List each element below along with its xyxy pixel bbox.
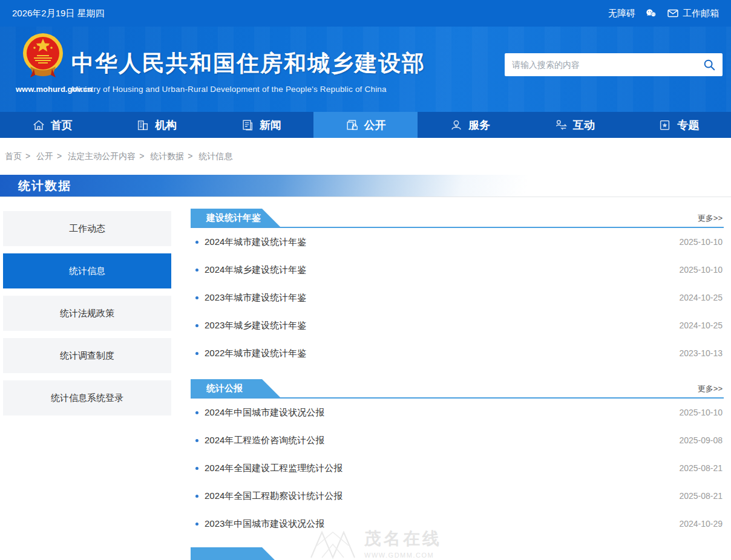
article-date: 2025-10-10	[679, 237, 724, 247]
nav-label: 公开	[364, 118, 386, 132]
wechat-icon	[645, 7, 657, 19]
service-person-icon	[450, 119, 463, 132]
sidebar-item-statistics-regulations[interactable]: 统计法规政策	[3, 296, 171, 331]
breadcrumb-home[interactable]: 首页	[5, 151, 22, 161]
list-item: 2024年中国城市建设状况公报 2025-10-10	[191, 399, 724, 426]
news-icon	[241, 119, 254, 132]
nav-item-topics[interactable]: 专题	[626, 112, 731, 138]
article-date: 2025-10-10	[679, 408, 724, 417]
article-link[interactable]: 2023年中国城市建设状况公报	[205, 518, 324, 530]
breadcrumb-statistics-data[interactable]: 统计数据	[150, 151, 184, 161]
article-date: 2025-08-21	[679, 491, 724, 501]
site-title-chinese: 中华人民共和国住房和城乡建设部	[71, 48, 425, 79]
article-link[interactable]: 2024年工程造价咨询统计公报	[205, 435, 324, 446]
site-url: www.mohurd.gov.cn	[16, 85, 70, 94]
work-mailbox-link[interactable]: 工作邮箱	[667, 7, 719, 19]
list-item: 2023年城市建设统计年鉴 2024-10-25	[191, 284, 724, 311]
article-date: 2025-10-10	[679, 265, 724, 275]
article-link[interactable]: 2024年中国城市建设状况公报	[205, 407, 324, 418]
nav-label: 首页	[51, 118, 73, 132]
nav-label: 专题	[677, 118, 699, 132]
more-link[interactable]: 更多>>	[698, 383, 723, 394]
wechat-link[interactable]	[645, 7, 657, 19]
bullet-icon	[195, 241, 198, 244]
star-box-icon	[658, 119, 672, 132]
bullet-icon	[195, 269, 198, 272]
sidebar-item-statistics-system-login[interactable]: 统计信息系统登录	[3, 380, 171, 415]
search-icon	[703, 58, 716, 71]
article-link[interactable]: 2023年城乡建设统计年鉴	[205, 320, 306, 331]
list-item: 2024年全国建设工程监理统计公报 2025-08-21	[191, 454, 724, 482]
section-tab: 统计公报	[191, 379, 280, 397]
article-date: 2024-10-25	[679, 293, 724, 302]
site-logo[interactable]: www.mohurd.gov.cn	[16, 31, 70, 94]
nav-label: 互动	[573, 118, 595, 132]
home-icon	[32, 119, 45, 132]
article-link[interactable]: 2023年城市建设统计年鉴	[205, 292, 306, 304]
main-nav: 首页 机构 新闻 公开 服务 互动 专题	[0, 112, 731, 138]
breadcrumb: 首页> 公开> 法定主动公开内容> 统计数据> 统计信息	[5, 151, 731, 162]
nav-item-organization[interactable]: 机构	[105, 112, 209, 138]
file-lock-icon	[346, 119, 359, 132]
bullet-icon	[195, 324, 198, 327]
list-item: 2024年城市建设统计年鉴 2025-10-10	[191, 228, 724, 256]
list-item: 2022年城市建设统计年鉴 2023-10-13	[191, 339, 724, 367]
bullet-icon	[195, 439, 198, 442]
breadcrumb-disclosure[interactable]: 公开	[36, 151, 53, 161]
organization-icon	[136, 119, 149, 132]
page-title-banner: 统计数据	[0, 175, 731, 197]
article-date: 2024-10-29	[679, 519, 724, 529]
article-link[interactable]: 2022年城市建设统计年鉴	[205, 348, 306, 359]
nav-item-disclosure[interactable]: 公开	[313, 112, 418, 138]
list-item: 2024年工程造价咨询统计公报 2025-09-08	[191, 426, 724, 454]
page-title: 统计数据	[18, 175, 71, 197]
section-construction-yearbook: 建设统计年鉴 更多>> 2024年城市建设统计年鉴 2025-10-10 202…	[191, 210, 724, 367]
bullet-icon	[195, 411, 198, 414]
bullet-icon	[195, 523, 198, 526]
sidebar-item-survey-system[interactable]: 统计调查制度	[3, 338, 171, 373]
more-link[interactable]: 更多>>	[698, 213, 723, 224]
nav-item-home[interactable]: 首页	[0, 112, 105, 138]
section-tab: 建设统计年鉴	[191, 209, 280, 227]
nav-label: 新闻	[260, 118, 281, 132]
search-button[interactable]	[696, 53, 723, 76]
search-box	[505, 53, 723, 76]
top-utility-bar: 2026年2月19日 星期四 无障碍 工作邮箱	[0, 0, 731, 27]
sidebar: 工作动态 统计信息 统计法规政策 统计调查制度 统计信息系统登录	[3, 207, 171, 560]
article-date: 2025-08-21	[679, 463, 724, 473]
section-statistics-bulletin: 统计公报 更多>> 2024年中国城市建设状况公报 2025-10-10 202…	[191, 380, 724, 538]
list-item: 2023年中国城市建设状况公报 2024-10-29	[191, 510, 724, 538]
nav-item-services[interactable]: 服务	[418, 112, 522, 138]
mail-icon	[667, 7, 679, 19]
list-item: 2023年城乡建设统计年鉴 2024-10-25	[191, 311, 724, 339]
national-emblem-icon	[22, 31, 64, 81]
article-link[interactable]: 2024年城乡建设统计年鉴	[205, 264, 306, 276]
current-date: 2026年2月19日 星期四	[12, 8, 105, 19]
page: 2026年2月19日 星期四 无障碍 工作邮箱	[0, 0, 731, 560]
article-date: 2023-10-13	[679, 348, 724, 358]
nav-label: 服务	[468, 118, 490, 132]
breadcrumb-statutory-content[interactable]: 法定主动公开内容	[68, 151, 136, 161]
bullet-icon	[195, 296, 198, 299]
main-content: 建设统计年鉴 更多>> 2024年城市建设统计年鉴 2025-10-10 202…	[191, 207, 724, 560]
article-link[interactable]: 2024年全国建设工程监理统计公报	[205, 463, 343, 474]
article-date: 2025-09-08	[679, 435, 724, 445]
sidebar-item-work-trends[interactable]: 工作动态	[3, 211, 171, 246]
article-link[interactable]: 2024年全国工程勘察设计统计公报	[205, 490, 343, 502]
sidebar-item-statistics-info[interactable]: 统计信息	[3, 253, 171, 288]
bullet-icon	[195, 495, 198, 498]
list-item: 2024年城乡建设统计年鉴 2025-10-10	[191, 256, 724, 284]
site-title-english: Ministry of Housing and Urban-Rural Deve…	[71, 85, 425, 94]
article-link[interactable]: 2024年城市建设统计年鉴	[205, 236, 306, 248]
search-input[interactable]	[505, 60, 696, 70]
nav-item-interaction[interactable]: 互动	[522, 112, 627, 138]
list-item: 2024年全国工程勘察设计统计公报 2025-08-21	[191, 482, 724, 510]
breadcrumb-current: 统计信息	[198, 151, 232, 161]
work-mailbox-label: 工作邮箱	[683, 8, 719, 19]
site-header: www.mohurd.gov.cn 中华人民共和国住房和城乡建设部 Minist…	[0, 27, 731, 112]
nav-item-news[interactable]: 新闻	[209, 112, 313, 138]
article-date: 2024-10-25	[679, 321, 724, 330]
bullet-icon	[195, 352, 198, 355]
interaction-arrows-icon	[554, 119, 568, 132]
accessibility-link[interactable]: 无障碍	[608, 8, 635, 19]
